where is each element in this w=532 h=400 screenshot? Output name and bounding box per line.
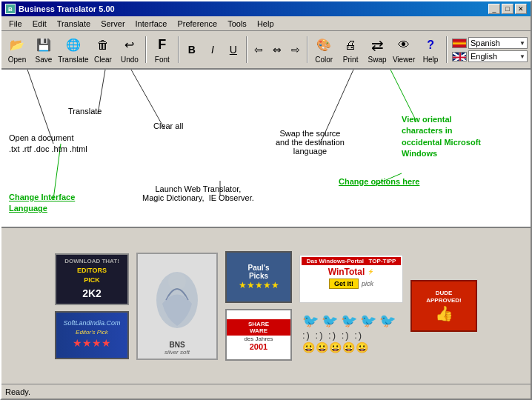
main-window: B Business Translator 5.00 _ □ ✕ File Ed… xyxy=(0,0,532,400)
help-label: Help xyxy=(423,56,439,64)
font-button[interactable]: Font xyxy=(150,33,175,66)
language-selector: Spanish ▼ English xyxy=(452,37,528,62)
align-center-icon: ⇔ xyxy=(273,44,282,56)
badge-area: DOWNLOAD THAT! EDITORSPICK 2K2 SoftLandI… xyxy=(1,228,531,384)
swap-label: Swap xyxy=(368,56,387,64)
swap-button[interactable]: Swap xyxy=(365,33,390,66)
save-icon xyxy=(35,36,53,54)
print-button[interactable]: Print xyxy=(338,33,363,66)
window-title: Business Translator 5.00 xyxy=(19,4,115,13)
font-icon xyxy=(153,36,171,54)
source-lang-value: Spanish xyxy=(471,39,500,47)
smiley-row: 🐦🐦🐦🐦🐦 xyxy=(302,313,399,329)
translate-label: Translate xyxy=(58,56,88,64)
dest-language-dropdown[interactable]: English ▼ xyxy=(468,50,528,62)
web-annotation: Launch Web Translator,Magic Dictionary, … xyxy=(142,184,254,202)
print-icon xyxy=(342,36,359,54)
source-language-dropdown[interactable]: Spanish ▼ xyxy=(468,37,528,49)
undo-label: Undo xyxy=(121,56,139,64)
menu-translate[interactable]: Translate xyxy=(53,18,95,30)
open-label: Open xyxy=(8,56,26,64)
toolbar-sep-1 xyxy=(145,36,147,63)
toolbar-sep-4 xyxy=(307,36,308,63)
faces-row: :) :) :) :) :) xyxy=(302,330,363,341)
menu-help[interactable]: Help xyxy=(253,18,279,30)
main-content: Open a document.txt .rtf .doc .htm .html… xyxy=(1,70,531,384)
interface-annotation: Change InterfaceLanguage xyxy=(9,192,75,215)
badge-col-3: Paul's Picks ★★★★★ SHAREWARE des Jahres … xyxy=(225,251,292,361)
dest-dropdown-arrow: ▼ xyxy=(519,53,525,60)
clear-annotation: Clear all xyxy=(153,121,183,130)
save-button[interactable]: Save xyxy=(31,33,56,66)
help-icon xyxy=(422,36,439,54)
badge-col-4: Das Windows-Portal TOP-TIPP WinTotal ⚡ G… xyxy=(299,255,403,357)
align-center-button[interactable]: ⇔ xyxy=(269,33,286,66)
status-text: Ready. xyxy=(5,387,30,396)
align-left-button[interactable]: ⇦ xyxy=(250,33,267,66)
menu-interface[interactable]: Interface xyxy=(131,18,172,30)
help-button[interactable]: Help xyxy=(418,33,443,66)
svg-point-16 xyxy=(168,273,186,290)
source-lang-row: Spanish ▼ xyxy=(452,37,528,49)
toolbar-sep-3 xyxy=(246,36,247,63)
wintotal-badge: Das Windows-Portal TOP-TIPP WinTotal ⚡ G… xyxy=(299,255,403,303)
minimize-button[interactable]: _ xyxy=(488,4,500,14)
annotation-area: Open a document.txt .rtf .doc .htm .html… xyxy=(1,70,531,228)
undo-icon xyxy=(121,36,139,54)
align-right-button[interactable]: ⇨ xyxy=(287,33,304,66)
softland-badge: SoftLandIndia.Com Editor's Pick ★★★★ xyxy=(55,311,129,359)
undo-button[interactable]: Undo xyxy=(117,33,142,66)
viewer-button[interactable]: Viewer xyxy=(391,33,416,66)
clear-icon xyxy=(94,36,112,54)
menu-preference[interactable]: Preference xyxy=(173,18,222,30)
menu-edit[interactable]: Edit xyxy=(28,18,51,30)
toolbar: Open Save Translate Clear Undo Font xyxy=(1,31,531,70)
uk-flag-icon xyxy=(452,52,467,61)
close-button[interactable]: ✕ xyxy=(515,4,527,14)
translate-icon xyxy=(64,36,82,54)
underline-icon xyxy=(225,41,242,59)
pauls-picks-badge: Paul's Picks ★★★★★ xyxy=(225,251,292,303)
editors-pick-badge: DOWNLOAD THAT! EDITORSPICK 2K2 xyxy=(55,253,129,305)
maximize-button[interactable]: □ xyxy=(502,4,513,14)
dude-approved-badge: DUDEAPPROVED! 👍 xyxy=(410,280,477,332)
translate-button[interactable]: Translate xyxy=(58,33,89,66)
badge-col-1: DOWNLOAD THAT! EDITORSPICK 2K2 SoftLandI… xyxy=(55,253,129,359)
menu-tools[interactable]: Tools xyxy=(223,18,251,30)
title-bar-left: B Business Translator 5.00 xyxy=(5,4,115,14)
app-icon: B xyxy=(5,4,16,14)
toolbar-sep-5 xyxy=(446,36,448,63)
menu-file[interactable]: File xyxy=(4,18,27,30)
open-icon xyxy=(8,36,26,54)
viewer-icon xyxy=(395,36,413,54)
clear-label: Clear xyxy=(94,56,112,64)
menu-bar: File Edit Translate Server Interface Pre… xyxy=(1,16,531,31)
align-right-icon: ⇨ xyxy=(291,44,300,56)
status-bar: Ready. xyxy=(1,384,531,399)
spain-flag-icon xyxy=(452,39,467,48)
svg-line-9 xyxy=(131,70,164,129)
title-buttons: _ □ ✕ xyxy=(488,4,527,14)
title-bar: B Business Translator 5.00 _ □ ✕ xyxy=(1,1,531,16)
cartoon-faces-row: 😀😀😀😀😀 xyxy=(302,341,369,353)
open-button[interactable]: Open xyxy=(4,33,30,66)
bold-button[interactable] xyxy=(182,33,202,66)
viewer-label: Viewer xyxy=(393,56,415,64)
open-annotation: Open a document.txt .rtf .doc .htm .html xyxy=(9,133,87,156)
viewer-annotation: View orientalcharacters inoccidental Mic… xyxy=(402,114,481,160)
print-label: Print xyxy=(343,56,359,64)
color-label: Color xyxy=(315,56,333,64)
shareware-badge: SHAREWARE des Jahres 2001 xyxy=(225,309,292,361)
bns-badge: BNS silver soft xyxy=(136,253,218,360)
clear-button[interactable]: Clear xyxy=(90,33,116,66)
dest-lang-value: English xyxy=(471,52,497,61)
font-label: Font xyxy=(155,56,170,64)
source-dropdown-arrow: ▼ xyxy=(519,40,525,47)
menu-server[interactable]: Server xyxy=(96,18,129,30)
color-button[interactable]: Color xyxy=(311,33,336,66)
italic-button[interactable] xyxy=(203,33,222,66)
swap-icon xyxy=(368,36,386,54)
color-icon xyxy=(315,36,333,54)
underline-button[interactable] xyxy=(224,33,243,66)
save-label: Save xyxy=(36,56,53,64)
